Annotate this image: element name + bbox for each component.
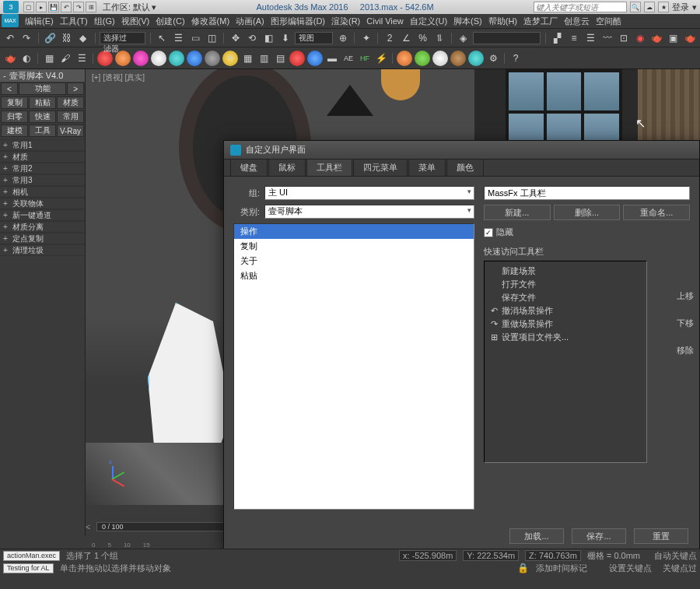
sun-icon[interactable]: ☀	[222, 51, 238, 66]
toolbar-action-button[interactable]: 删除...	[554, 205, 621, 220]
left-panel-item[interactable]: 相机	[0, 186, 85, 198]
dialog-tab[interactable]: 菜单	[408, 159, 446, 176]
curve-editor-icon[interactable]: 〰	[600, 31, 614, 45]
left-panel-item[interactable]: 关联物体	[0, 198, 85, 209]
reorder-button[interactable]: 移除	[676, 343, 695, 358]
left-panel-button[interactable]: 常用	[57, 110, 84, 123]
menu-item[interactable]: 空间酷	[593, 16, 625, 27]
qat-open-icon[interactable]: ▸	[36, 2, 47, 12]
menu-item[interactable]: 图形编辑器(D)	[268, 16, 328, 27]
layers-icon[interactable]: ☰	[584, 31, 597, 45]
group-combo[interactable]: 主 UI	[264, 186, 474, 200]
orb-orange2-icon[interactable]	[397, 51, 412, 66]
lock-icon[interactable]: 🔒	[516, 561, 530, 575]
left-panel-item[interactable]: 定点复制	[0, 233, 85, 244]
unlink-icon[interactable]: ⛓	[60, 31, 73, 45]
menu-item[interactable]: 自定义(U)	[407, 16, 450, 27]
quick-access-item[interactable]: 新建场景	[488, 265, 643, 278]
angle-snap-icon[interactable]: ∠	[400, 31, 413, 45]
dialog-tab[interactable]: 颜色	[446, 159, 484, 176]
orb-teal-icon[interactable]	[169, 51, 184, 66]
coord-x[interactable]: x: -525.908m	[399, 550, 457, 561]
select-icon[interactable]: ↖	[156, 31, 169, 45]
qat-project-icon[interactable]: ⊞	[86, 2, 96, 12]
orb-white-icon[interactable]	[151, 51, 166, 66]
search-icon[interactable]: 🔍	[630, 2, 641, 12]
render-frame-icon[interactable]: ▣	[667, 31, 680, 45]
paint-icon[interactable]: 🖌	[58, 51, 72, 65]
action-list-item[interactable]: 粘贴	[234, 268, 474, 283]
orb-blue2-icon[interactable]	[307, 51, 323, 66]
star-icon[interactable]: ★	[658, 2, 669, 12]
script-panel-header[interactable]: -壹哥脚本 V4.0	[0, 69, 85, 82]
bind-icon[interactable]: ◆	[76, 31, 89, 45]
menu-item[interactable]: Civil View	[363, 16, 406, 26]
undo-icon[interactable]: ↶	[3, 31, 16, 45]
menu-item[interactable]: 视图(V)	[118, 16, 153, 27]
menu-item[interactable]: 渲染(R)	[328, 16, 363, 27]
orb-green-icon[interactable]	[415, 51, 430, 66]
menu-item[interactable]: 组(G)	[91, 16, 118, 27]
script-listener-1[interactable]: actionMan.exec	[3, 551, 60, 561]
script-listener-2[interactable]: Testing for AL	[3, 563, 54, 573]
ref-coord-system[interactable]: 视图	[295, 32, 333, 44]
material-editor-icon[interactable]: ◉	[633, 31, 646, 45]
select-region-icon[interactable]: ▭	[188, 31, 201, 45]
menu-item[interactable]: 脚本(S)	[450, 16, 485, 27]
mirror-icon[interactable]: ▞	[551, 31, 564, 45]
left-panel-button[interactable]: V-Ray	[57, 124, 84, 137]
left-panel-item[interactable]: 材质	[0, 151, 85, 163]
keyfilter-button[interactable]: 关键点过	[663, 563, 697, 574]
select-name-icon[interactable]: ☰	[172, 31, 185, 45]
orb-blue-icon[interactable]	[187, 51, 202, 66]
render-icon[interactable]: 🫖	[683, 31, 696, 45]
menu-item[interactable]: 编辑(E)	[22, 16, 57, 27]
workspace-selector[interactable]: 工作区: 默认 ▾	[103, 2, 156, 13]
left-panel-button[interactable]: 快速	[29, 110, 56, 123]
quick-access-list[interactable]: 新建场景打开文件保存文件↶撤消场景操作↷重做场景操作⊞设置项目文件夹...	[484, 261, 647, 463]
zap-icon[interactable]: ⚡	[374, 51, 388, 65]
scale-icon[interactable]: ◧	[262, 31, 275, 45]
settings-icon[interactable]: ⚙	[486, 51, 500, 65]
autokey-button[interactable]: 自动关键点	[654, 550, 697, 562]
layer-swatch-icon[interactable]: ▬	[325, 51, 339, 65]
dialog-title-bar[interactable]: 自定义用户界面	[224, 141, 699, 160]
dialog-tab[interactable]: 键盘	[230, 159, 268, 176]
left-panel-item[interactable]: 常用3	[0, 174, 85, 186]
action-list-item[interactable]: 关于	[234, 254, 474, 268]
orb-pink-icon[interactable]	[133, 51, 149, 66]
preset-icon[interactable]: ◐	[19, 51, 33, 65]
category-combo[interactable]: 壹哥脚本	[264, 205, 474, 219]
dialog-footer-button[interactable]: 加载...	[509, 528, 564, 544]
spinner-snap-icon[interactable]: ⥮	[432, 31, 446, 45]
orb-white2-icon[interactable]	[432, 51, 448, 66]
grid1-icon[interactable]: ▦	[240, 51, 254, 65]
search-input[interactable]	[534, 2, 627, 12]
cloud-icon[interactable]: ☁	[644, 2, 655, 12]
manipulate-icon[interactable]: ✦	[359, 31, 373, 45]
app-icon[interactable]: 3	[3, 1, 19, 13]
pivot-icon[interactable]: ⊕	[336, 31, 349, 45]
menu-item[interactable]: 创建(C)	[152, 16, 187, 27]
dialog-footer-button[interactable]: 保存...	[572, 528, 626, 544]
qat-save-icon[interactable]: 💾	[48, 2, 59, 12]
left-panel-button[interactable]: 材质	[57, 96, 84, 109]
left-panel-item[interactable]: 清理垃圾	[0, 244, 85, 256]
menu-item[interactable]: 工具(T)	[57, 16, 91, 27]
schematic-icon[interactable]: ⊡	[617, 31, 630, 45]
left-panel-item[interactable]: 材质分离	[0, 221, 85, 233]
align-icon[interactable]: ≡	[567, 31, 580, 45]
toolbar-action-button[interactable]: 新建...	[484, 205, 551, 220]
link-icon[interactable]: 🔗	[44, 31, 57, 45]
percent-snap-icon[interactable]: %	[416, 31, 429, 45]
menu-item[interactable]: 帮助(H)	[485, 16, 520, 27]
quick-access-item[interactable]: ⊞设置项目文件夹...	[488, 331, 643, 344]
setkey-button[interactable]: 设置关键点	[609, 563, 652, 574]
max-logo[interactable]: MAX	[2, 14, 19, 27]
grid2-icon[interactable]: ▥	[257, 51, 271, 65]
ae-icon[interactable]: AE	[341, 51, 355, 65]
named-selection-set[interactable]	[473, 32, 541, 44]
time-ruler[interactable]: 051015	[86, 535, 226, 549]
left-panel-item[interactable]: 常用2	[0, 163, 85, 174]
toolbar-action-button[interactable]: 重命名...	[623, 205, 690, 220]
